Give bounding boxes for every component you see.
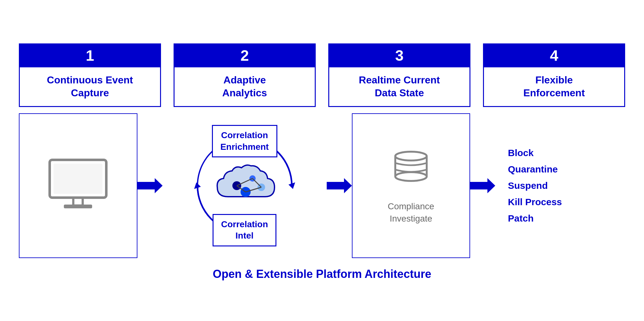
cloud-wrapper: CorrelationEnrichment	[163, 113, 327, 258]
correlation-enrichment-text: CorrelationEnrichment	[220, 130, 269, 151]
database-label: ComplianceInvestigate	[388, 200, 434, 225]
footer-label: Open & Extensible Platform Architecture	[213, 268, 431, 281]
step-3-label: Realtime CurrentData State	[356, 67, 443, 106]
correlation-intel-box: CorrelationIntel	[213, 214, 276, 246]
enforcement-section: Block Quarantine Suspend Kill Process Pa…	[495, 113, 625, 258]
step-1-label: Continuous EventCapture	[44, 67, 136, 106]
step-2-label: AdaptiveAnalytics	[219, 67, 270, 106]
svg-marker-20	[470, 178, 495, 193]
arrow-2	[327, 176, 352, 195]
step-4-label: FlexibleEnforcement	[520, 67, 588, 106]
enforcement-quarantine: Quarantine	[508, 164, 558, 175]
enforcement-block: Block	[508, 148, 534, 158]
enforcement-patch: Patch	[508, 213, 534, 224]
arrow-3	[470, 176, 495, 195]
step-3-number: 3	[329, 44, 469, 67]
svg-marker-4	[137, 178, 163, 193]
monitor-icon	[47, 157, 109, 215]
diagram-row: CorrelationEnrichment	[19, 113, 625, 258]
svg-point-16	[395, 152, 427, 160]
svg-marker-5	[288, 180, 297, 189]
step-2-box: 2 AdaptiveAnalytics	[174, 43, 316, 107]
cloud-icon-wrapper	[210, 160, 279, 211]
cloud-graph-icon	[212, 162, 278, 209]
svg-marker-15	[327, 178, 352, 193]
arrow-1	[137, 176, 163, 195]
svg-rect-1	[53, 164, 103, 194]
svg-marker-6	[192, 182, 201, 191]
step-4-number: 4	[484, 44, 624, 67]
database-icon	[389, 147, 433, 191]
correlation-enrichment-box: CorrelationEnrichment	[212, 125, 277, 157]
cloud-section: CorrelationEnrichment	[163, 113, 327, 258]
enforcement-suspend: Suspend	[508, 180, 548, 191]
correlation-intel-text: CorrelationIntel	[221, 219, 268, 240]
steps-row: 1 Continuous EventCapture 2 AdaptiveAnal…	[19, 43, 625, 107]
step-1-number: 1	[20, 44, 160, 67]
step-4-box: 4 FlexibleEnforcement	[483, 43, 625, 107]
step-3-box: 3 Realtime CurrentData State	[328, 43, 470, 107]
cloud-content: CorrelationEnrichment	[210, 125, 279, 246]
step-1-box: 1 Continuous EventCapture	[19, 43, 161, 107]
main-content: 1 Continuous EventCapture 2 AdaptiveAnal…	[19, 43, 625, 281]
monitor-section	[19, 113, 137, 258]
svg-rect-3	[64, 205, 92, 208]
step-2-number: 2	[175, 44, 315, 67]
database-section: ComplianceInvestigate	[352, 113, 470, 258]
enforcement-kill-process: Kill Process	[508, 197, 562, 207]
svg-point-19	[395, 172, 427, 181]
